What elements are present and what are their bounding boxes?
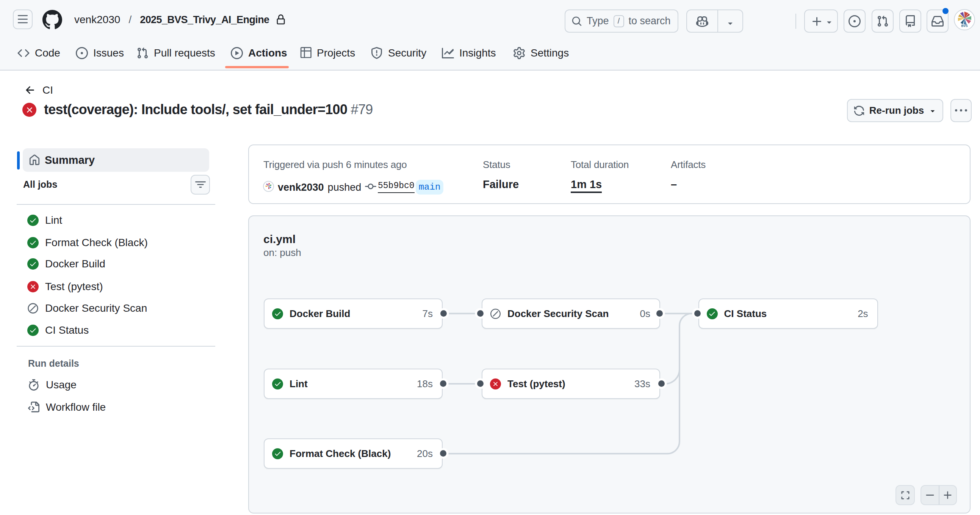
svg-text:BVS: BVS xyxy=(961,24,968,28)
